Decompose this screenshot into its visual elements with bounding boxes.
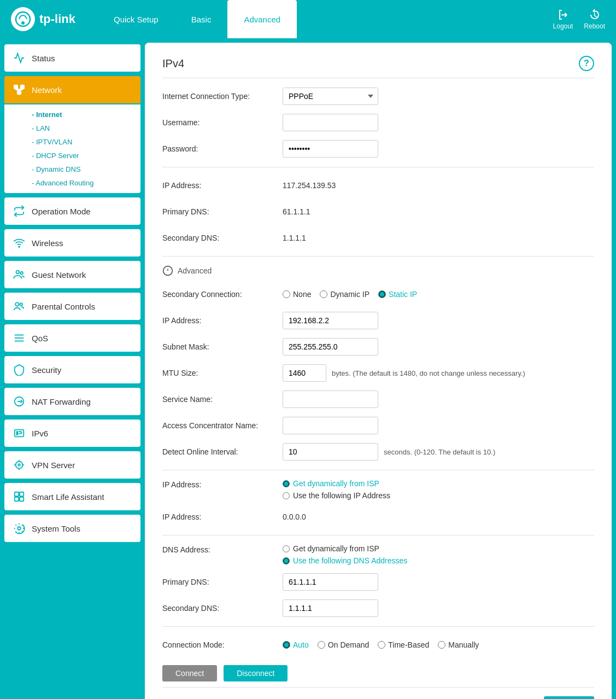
svg-point-8: [15, 302, 19, 306]
nav-tab-basic[interactable]: Basic: [175, 0, 228, 38]
secondary-dns2-input[interactable]: [283, 599, 378, 617]
mtu-note: bytes. (The default is 1480, do not chan…: [332, 369, 525, 377]
secondary-static-option[interactable]: Static IP: [378, 290, 417, 299]
sidebar-item-nat-forwarding-label: NAT Forwarding: [32, 397, 91, 406]
sidebar-item-parental-controls[interactable]: Parental Controls: [4, 293, 140, 320]
connection-type-row: Internet Connection Type: PPPoE Dynamic …: [162, 87, 594, 106]
primary-dns2-row: Primary DNS:: [162, 573, 594, 591]
mtu-size-label: MTU Size:: [162, 369, 283, 377]
sidebar-item-qos-label: QoS: [32, 334, 48, 343]
guest-network-icon: [13, 269, 25, 281]
sidebar: Status Network - Internet - LAN - IPTV/V…: [0, 38, 145, 699]
connection-auto-radio[interactable]: [283, 641, 290, 649]
sidebar-item-status[interactable]: Status: [4, 44, 140, 72]
network-icon: [13, 84, 25, 96]
sidebar-item-vpn-server[interactable]: VPN Server: [4, 451, 140, 479]
ip-address-value: 117.254.139.53: [283, 181, 336, 190]
svg-rect-23: [20, 497, 24, 501]
ip-get-dynamically-option[interactable]: Get dynamically from ISP: [283, 479, 390, 488]
detect-online-label: Detect Online Interval:: [162, 447, 283, 456]
sidebar-item-network-label: Network: [32, 85, 62, 95]
connection-auto-option[interactable]: Auto: [283, 640, 309, 649]
help-button[interactable]: ?: [579, 56, 594, 71]
connection-ondemand-radio[interactable]: [318, 641, 325, 649]
svg-point-5: [19, 246, 20, 247]
ip-use-following-option[interactable]: Use the following IP Address: [283, 491, 390, 500]
connection-ondemand-option[interactable]: On Demand: [318, 640, 369, 649]
dns-use-following-radio[interactable]: [283, 557, 290, 564]
detect-online-note: seconds. (0-120. The default is 10.): [384, 448, 495, 456]
mtu-size-input[interactable]: [283, 364, 326, 382]
sidebar-item-smart-life[interactable]: Smart Life Assistant: [4, 483, 140, 510]
nav-tab-advanced[interactable]: Advanced: [227, 0, 297, 38]
secondary-none-radio[interactable]: [283, 290, 290, 298]
ip-address-label: IP Address:: [162, 181, 283, 190]
sidebar-sub-internet[interactable]: - Internet: [32, 108, 140, 121]
sidebar-item-operation-mode[interactable]: Operation Mode: [4, 197, 140, 225]
sidebar-item-nat-forwarding[interactable]: NAT Forwarding: [4, 388, 140, 415]
sidebar-sub-dhcp[interactable]: - DHCP Server: [32, 149, 140, 162]
sidebar-item-vpn-server-label: VPN Server: [32, 461, 75, 470]
subnet-mask-input[interactable]: [283, 338, 378, 356]
disconnect-button[interactable]: Disconnect: [224, 665, 288, 681]
connect-button[interactable]: Connect: [162, 665, 217, 681]
ip-address3-value: 0.0.0.0: [283, 512, 306, 521]
secondary-dynamic-radio[interactable]: [320, 290, 327, 298]
sidebar-item-guest-network[interactable]: Guest Network: [4, 261, 140, 288]
svg-point-15: [18, 464, 20, 466]
connection-type-label: Internet Connection Type:: [162, 92, 283, 101]
password-input[interactable]: [283, 140, 378, 158]
sidebar-item-qos[interactable]: QoS: [4, 324, 140, 352]
access-concentrator-input[interactable]: [283, 417, 378, 434]
ip-address2-input[interactable]: [283, 312, 378, 329]
secondary-dynamic-option[interactable]: Dynamic IP: [320, 290, 369, 299]
security-icon: [13, 364, 25, 376]
logo-text: tp-link: [39, 12, 75, 26]
service-name-input[interactable]: [283, 391, 378, 408]
primary-dns2-input[interactable]: [283, 573, 378, 591]
dns-use-following-option[interactable]: Use the following DNS Addresses: [283, 556, 407, 565]
ip-address3-options: Get dynamically from ISP Use the followi…: [283, 479, 390, 500]
svg-point-1: [21, 21, 25, 25]
advanced-toggle-icon: [162, 265, 173, 276]
sidebar-item-ipv6[interactable]: IPv6: [4, 420, 140, 447]
save-button[interactable]: Save: [544, 696, 594, 699]
sidebar-item-security[interactable]: Security: [4, 356, 140, 383]
username-input[interactable]: [283, 114, 378, 131]
connection-manually-option[interactable]: Manually: [438, 640, 479, 649]
ip-use-following-radio[interactable]: [283, 492, 290, 499]
reboot-label: Reboot: [584, 22, 605, 30]
page-title: IPv4: [162, 57, 184, 70]
secondary-none-option[interactable]: None: [283, 290, 311, 299]
dns-get-dynamically-option[interactable]: Get dynamically from ISP: [283, 544, 407, 553]
password-row: Password:: [162, 139, 594, 158]
reboot-button[interactable]: Reboot: [584, 8, 605, 30]
logout-button[interactable]: Logout: [553, 8, 573, 30]
sidebar-item-network[interactable]: Network: [4, 76, 140, 103]
connection-timebased-option[interactable]: Time-Based: [378, 640, 429, 649]
sidebar-sub-iptv[interactable]: - IPTV/VLAN: [32, 135, 140, 149]
username-row: Username:: [162, 113, 594, 132]
sidebar-sub-dynamic-dns[interactable]: - Dynamic DNS: [32, 162, 140, 176]
dns-get-dynamically-label: Get dynamically from ISP: [293, 544, 379, 553]
save-row: Save: [162, 687, 594, 699]
ip-get-dynamically-radio[interactable]: [283, 480, 290, 487]
status-icon: [13, 52, 25, 64]
connection-type-select[interactable]: PPPoE Dynamic IP Static IP L2TP PPTP: [283, 88, 378, 105]
sidebar-sub-lan[interactable]: - LAN: [32, 121, 140, 135]
advanced-toggle[interactable]: Advanced: [162, 265, 594, 276]
svg-rect-22: [15, 497, 19, 501]
sidebar-sub-advanced-routing[interactable]: - Advanced Routing: [32, 176, 140, 190]
dns-get-dynamically-radio[interactable]: [283, 545, 290, 552]
detect-online-input[interactable]: [283, 443, 378, 461]
secondary-static-radio[interactable]: [378, 290, 386, 298]
ip-address3-label: IP Address:: [162, 479, 283, 489]
connection-timebased-radio[interactable]: [378, 641, 385, 649]
sidebar-item-wireless[interactable]: Wireless: [4, 229, 140, 257]
nav-tab-quicksetup[interactable]: Quick Setup: [97, 0, 175, 38]
service-name-label: Service Name:: [162, 395, 283, 404]
connection-manually-radio[interactable]: [438, 641, 445, 649]
sidebar-item-system-tools[interactable]: System Tools: [4, 515, 140, 542]
logout-label: Logout: [553, 22, 573, 30]
dns-address-options: Get dynamically from ISP Use the followi…: [283, 544, 407, 565]
